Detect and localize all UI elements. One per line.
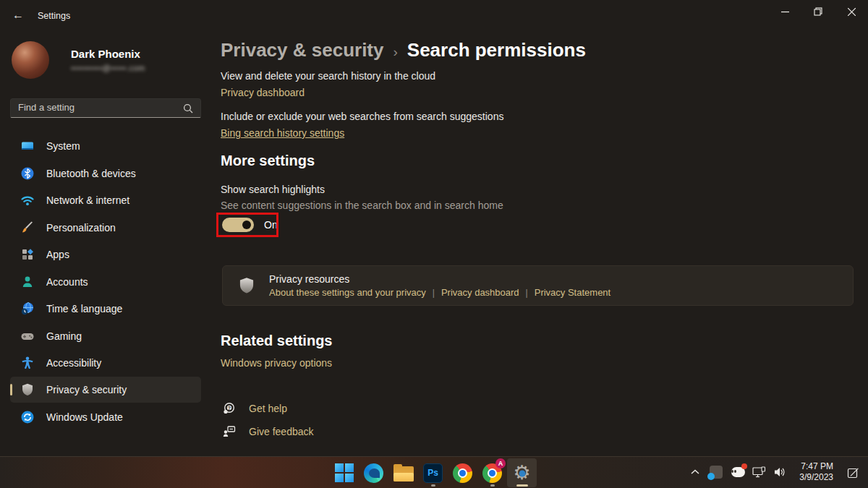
breadcrumb: Privacy & security › Search permissions — [221, 39, 586, 61]
privacy-dashboard-link[interactable]: Privacy dashboard — [221, 87, 305, 98]
sidebar-item-label: Network & internet — [46, 194, 129, 206]
privacy-dashboard-link[interactable]: Privacy dashboard — [441, 287, 519, 298]
taskbar-chrome[interactable] — [448, 458, 477, 487]
minimize-icon — [781, 8, 789, 16]
toggle-track[interactable] — [222, 218, 254, 232]
sidebar-item-time-language[interactable]: Time & language — [10, 296, 201, 322]
accessibility-icon — [20, 356, 35, 370]
running-indicator — [490, 484, 495, 487]
profile-badge: A — [495, 458, 506, 468]
taskbar-chrome-profile[interactable]: A — [477, 458, 507, 487]
search-highlights-desc: See content suggestions in the search bo… — [221, 200, 503, 211]
sidebar-item-network-internet[interactable]: Network & internet — [10, 187, 201, 213]
pen-input-icon — [847, 466, 859, 479]
sidebar-item-personalization[interactable]: Personalization — [10, 215, 201, 241]
page-title: Search permissions — [407, 39, 586, 61]
give-feedback-label: Give feedback — [249, 426, 314, 437]
tray-volume[interactable] — [769, 458, 791, 487]
user-email: ••••••••••@•••••.com — [71, 64, 145, 72]
tray-app[interactable] — [705, 458, 727, 487]
bluetooth-icon — [20, 166, 35, 181]
selection-accent — [10, 384, 12, 395]
globe-clock-icon — [20, 301, 35, 316]
svg-text:?: ? — [228, 406, 231, 411]
windows-privacy-options-link[interactable]: Windows privacy options — [221, 357, 332, 369]
bing-history-link[interactable]: Bing search history settings — [221, 127, 344, 139]
gear-icon: ⚙ — [513, 463, 530, 483]
user-profile[interactable]: Dark Phoenix ••••••••••@•••••.com — [12, 39, 201, 81]
avatar — [12, 41, 49, 79]
search-input[interactable] — [11, 102, 183, 114]
sidebar-item-accessibility[interactable]: Accessibility — [10, 350, 201, 376]
back-arrow-icon: ← — [12, 9, 24, 22]
search-highlights-toggle[interactable]: On — [222, 218, 278, 232]
gamepad-icon — [20, 329, 35, 343]
settings-window: ← Settings Dark Phoenix ••••••••••@•••••… — [0, 0, 868, 488]
user-name: Dark Phoenix — [71, 48, 140, 60]
get-help-icon: ?? — [222, 401, 237, 416]
sidebar-item-gaming[interactable]: Gaming — [10, 323, 201, 349]
cloud-history-text: View and delete your search history in t… — [221, 70, 435, 82]
give-feedback-row[interactable]: Give feedback — [222, 424, 314, 439]
sidebar-item-label: Accounts — [46, 276, 88, 288]
back-button[interactable]: ← — [9, 7, 27, 23]
restore-button[interactable] — [801, 0, 835, 23]
system-icon — [20, 139, 35, 153]
get-help-label: Get help — [249, 403, 287, 414]
taskbar-edge[interactable] — [359, 458, 388, 487]
tray-discord[interactable] — [727, 458, 749, 487]
get-help-row[interactable]: ?? Get help — [222, 401, 287, 416]
person-icon — [20, 275, 35, 289]
close-button[interactable] — [835, 0, 868, 23]
more-settings-heading: More settings — [221, 153, 315, 169]
sidebar-item-label: Personalization — [46, 222, 116, 234]
shield-icon — [237, 276, 256, 295]
toggle-state-label: On — [264, 219, 278, 231]
taskbar-file-explorer[interactable] — [388, 458, 418, 487]
sidebar-item-apps[interactable]: Apps — [10, 241, 201, 267]
restore-icon — [814, 7, 822, 16]
sidebar-item-label: System — [46, 140, 80, 152]
sidebar-item-bluetooth-devices[interactable]: Bluetooth & devices — [10, 160, 201, 187]
update-icon — [20, 410, 35, 424]
chevron-right-icon: › — [393, 44, 397, 60]
sidebar-item-label: Accessibility — [46, 357, 101, 369]
tray-network[interactable] — [749, 458, 769, 487]
running-indicator — [431, 484, 435, 487]
taskbar: Ps A ⚙ — [0, 456, 868, 488]
chevron-up-icon — [689, 467, 701, 477]
close-icon — [848, 8, 856, 16]
breadcrumb-parent[interactable]: Privacy & security — [221, 39, 383, 61]
start-button[interactable] — [329, 458, 359, 487]
apps-icon — [20, 247, 35, 262]
privacy-statement-link[interactable]: Privacy Statement — [535, 287, 611, 298]
sidebar-item-privacy-security[interactable]: Privacy & security — [10, 377, 201, 403]
titlebar: ← Settings — [0, 0, 868, 29]
wifi-icon — [20, 193, 35, 207]
window-title: Settings — [38, 11, 70, 21]
paintbrush-icon — [20, 221, 35, 235]
taskbar-settings[interactable]: ⚙ — [507, 458, 537, 487]
discord-icon — [731, 467, 745, 477]
minimize-button[interactable] — [768, 0, 801, 23]
about-settings-link[interactable]: About these settings and your privacy — [269, 287, 426, 298]
taskbar-photoshop[interactable]: Ps — [418, 458, 448, 487]
sidebar-item-label: Gaming — [46, 330, 82, 342]
tray-clock[interactable]: 7:47 PM 3/9/2023 — [799, 461, 833, 483]
web-search-text: Include or exclude your web searches fro… — [221, 111, 503, 122]
related-settings-heading: Related settings — [221, 333, 332, 349]
sidebar-item-windows-update[interactable]: Windows Update — [10, 404, 201, 430]
sidebar-item-system[interactable]: System — [10, 133, 201, 159]
shield-icon — [20, 382, 35, 397]
sidebar-item-accounts[interactable]: Accounts — [10, 269, 201, 295]
sidebar-item-label: Windows Update — [46, 411, 123, 423]
folder-icon — [393, 466, 414, 481]
sidebar-item-label: Bluetooth & devices — [46, 168, 136, 179]
search-highlights-title: Show search highlights — [221, 184, 325, 195]
tray-time: 7:47 PM — [799, 461, 833, 472]
tray-chevron-up[interactable] — [685, 458, 705, 487]
tray-app-icon — [710, 466, 723, 479]
tray-pen[interactable] — [841, 458, 865, 487]
active-indicator — [516, 484, 528, 487]
windows-logo-icon — [335, 463, 354, 482]
